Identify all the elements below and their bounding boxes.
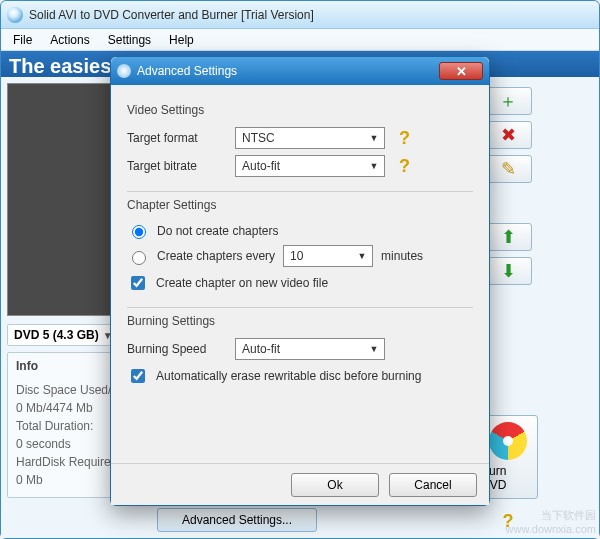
ok-button[interactable]: Ok	[291, 473, 379, 497]
dialog-body: Video Settings Target format NTSC ▼ ? Ta…	[111, 85, 489, 463]
menu-settings[interactable]: Settings	[100, 31, 159, 49]
window-title: Solid AVI to DVD Converter and Burner [T…	[29, 8, 314, 22]
arrow-up-icon: ⬆	[501, 226, 516, 248]
menu-actions[interactable]: Actions	[42, 31, 97, 49]
target-bitrate-select[interactable]: Auto-fit ▼	[235, 155, 385, 177]
dialog-titlebar[interactable]: Advanced Settings ✕	[111, 57, 489, 85]
radio-no-chapters-label: Do not create chapters	[157, 224, 278, 238]
chevron-down-icon: ▼	[366, 341, 382, 357]
delete-icon: ✖	[501, 124, 516, 146]
check-auto-erase[interactable]	[131, 369, 145, 383]
delete-button[interactable]: ✖	[484, 121, 532, 149]
dvd-disc-icon	[489, 422, 527, 460]
help-icon[interactable]: ?	[399, 128, 410, 149]
chapter-settings-header: Chapter Settings	[127, 198, 473, 212]
gear-icon	[117, 64, 131, 78]
dialog-button-row: Ok Cancel	[111, 463, 489, 505]
video-settings-header: Video Settings	[127, 103, 473, 117]
advanced-settings-button[interactable]: Advanced Settings...	[157, 508, 317, 532]
target-format-label: Target format	[127, 131, 227, 145]
chapter-interval-unit: minutes	[381, 249, 423, 263]
add-button[interactable]: ＋	[484, 87, 532, 115]
plus-icon: ＋	[499, 89, 517, 113]
burning-speed-select[interactable]: Auto-fit ▼	[235, 338, 385, 360]
app-icon	[7, 7, 23, 23]
check-chapter-new-file-label: Create chapter on new video file	[156, 276, 328, 290]
burning-settings-header: Burning Settings	[127, 314, 473, 328]
radio-no-chapters[interactable]	[132, 225, 146, 239]
chapter-interval-value: 10	[290, 249, 303, 263]
target-format-select[interactable]: NTSC ▼	[235, 127, 385, 149]
target-format-value: NTSC	[242, 131, 275, 145]
check-chapter-new-file[interactable]	[131, 276, 145, 290]
burning-speed-label: Burning Speed	[127, 342, 227, 356]
move-up-button[interactable]: ⬆	[484, 223, 532, 251]
chapter-interval-select[interactable]: 10 ▼	[283, 245, 373, 267]
move-down-button[interactable]: ⬇	[484, 257, 532, 285]
radio-create-every[interactable]	[132, 251, 146, 265]
dialog-title: Advanced Settings	[137, 64, 237, 78]
advanced-settings-dialog: Advanced Settings ✕ Video Settings Targe…	[110, 56, 490, 506]
main-titlebar[interactable]: Solid AVI to DVD Converter and Burner [T…	[1, 1, 599, 29]
cancel-button[interactable]: Cancel	[389, 473, 477, 497]
chevron-down-icon: ▼	[366, 130, 382, 146]
edit-button[interactable]: ✎	[484, 155, 532, 183]
menu-help[interactable]: Help	[161, 31, 202, 49]
close-button[interactable]: ✕	[439, 62, 483, 80]
check-auto-erase-label: Automatically erase rewritable disc befo…	[156, 369, 421, 383]
radio-create-every-label: Create chapters every	[157, 249, 275, 263]
chevron-down-icon: ▼	[366, 158, 382, 174]
burning-speed-value: Auto-fit	[242, 342, 280, 356]
target-bitrate-value: Auto-fit	[242, 159, 280, 173]
pencil-icon: ✎	[501, 158, 516, 180]
menubar: File Actions Settings Help	[1, 29, 599, 51]
arrow-down-icon: ⬇	[501, 260, 516, 282]
help-icon[interactable]: ?	[399, 156, 410, 177]
close-icon: ✕	[456, 64, 467, 79]
menu-file[interactable]: File	[5, 31, 40, 49]
target-bitrate-label: Target bitrate	[127, 159, 227, 173]
help-icon[interactable]: ?	[503, 511, 514, 532]
chevron-down-icon: ▼	[354, 248, 370, 264]
dvd-size-label: DVD 5 (4.3 GB)	[14, 328, 99, 342]
